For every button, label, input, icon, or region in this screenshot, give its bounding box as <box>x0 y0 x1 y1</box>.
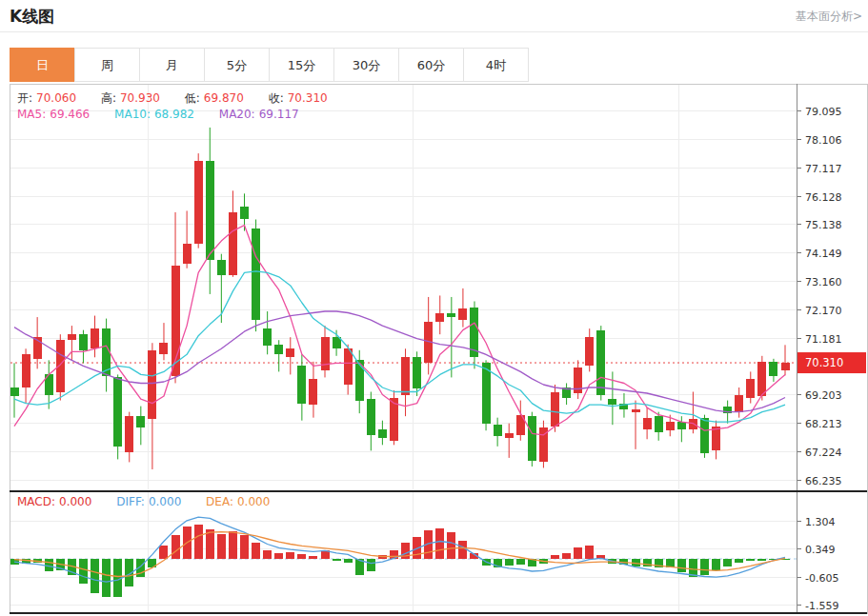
ma5-value: 69.466 <box>50 108 90 121</box>
ohlc-readout: 开:70.060 高:70.930 低:69.870 收:70.310 <box>17 90 332 107</box>
ma20-value: 69.117 <box>259 108 299 121</box>
macd-label: MACD: <box>17 495 55 508</box>
svg-text:0.349: 0.349 <box>805 544 836 556</box>
svg-text:73.160: 73.160 <box>805 276 842 288</box>
open-value: 70.060 <box>36 91 76 105</box>
macd-readout: MACD:0.000 DIFF:0.000 DEA:0.000 <box>17 495 273 508</box>
high-label: 高: <box>101 91 116 105</box>
svg-text:74.149: 74.149 <box>805 248 842 260</box>
open-label: 开: <box>17 91 32 105</box>
svg-text:76.128: 76.128 <box>805 191 842 204</box>
kline-page: K线图 基本面分析> 日周月5分15分30分60分4时 79.09578.106… <box>0 0 868 616</box>
svg-text:71.181: 71.181 <box>805 333 842 346</box>
diff-label: DIFF: <box>116 495 145 508</box>
svg-text:75.138: 75.138 <box>805 219 842 231</box>
svg-text:-1.559: -1.559 <box>805 600 838 612</box>
close-label: 收: <box>269 91 284 105</box>
svg-text:79.095: 79.095 <box>805 106 842 118</box>
svg-text:67.224: 67.224 <box>805 447 842 459</box>
close-value: 70.310 <box>288 91 328 105</box>
ma-readout: MA5:69.466 MA10:68.982 MA20:69.117 <box>17 108 303 121</box>
ma10-label: MA10: <box>114 108 151 121</box>
ma5-label: MA5: <box>17 108 46 121</box>
svg-text:78.106: 78.106 <box>805 134 842 147</box>
svg-text:1.304: 1.304 <box>805 516 836 528</box>
svg-text:72.170: 72.170 <box>805 305 842 317</box>
svg-text:66.235: 66.235 <box>805 475 842 487</box>
ma20-label: MA20: <box>219 108 255 121</box>
current-price-tag: 70.310 <box>797 352 866 373</box>
dea-value: 0.000 <box>237 495 270 508</box>
low-label: 低: <box>185 91 200 105</box>
ma10-value: 68.982 <box>154 108 194 121</box>
low-value: 69.870 <box>204 91 244 105</box>
svg-text:-0.605: -0.605 <box>805 572 838 585</box>
macd-value: 0.000 <box>59 495 91 508</box>
high-value: 70.930 <box>120 91 160 105</box>
dea-label: DEA: <box>206 495 233 508</box>
svg-text:68.213: 68.213 <box>805 418 842 430</box>
svg-text:70.310: 70.310 <box>805 356 843 369</box>
svg-text:77.117: 77.117 <box>805 163 842 175</box>
svg-text:69.203: 69.203 <box>805 389 842 402</box>
diff-value: 0.000 <box>149 495 181 508</box>
